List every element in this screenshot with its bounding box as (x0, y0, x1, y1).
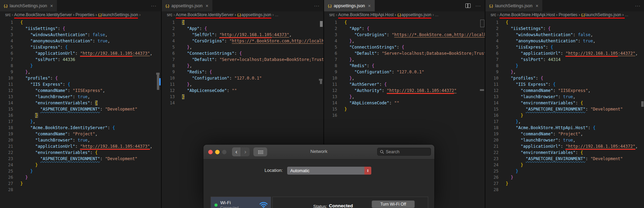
search-input[interactable]: Search (377, 148, 431, 156)
code-line: 8 "Redis": { (324, 63, 485, 69)
breadcrumb[interactable]: src › Acme.BookStore.HttpApi.Host › {..}… (324, 11, 485, 19)
breadcrumb[interactable]: src › Acme.BookStore.IdentityServer › Pr… (0, 11, 161, 19)
line-number: 1 (162, 19, 175, 25)
code-line: 11 "AuthServer": { (324, 81, 485, 87)
line-number: 26 (0, 174, 13, 180)
line-number: 14 (485, 100, 499, 106)
code-line: 16 } (485, 112, 644, 118)
code-line: 10 }, (324, 75, 485, 81)
scrollbar-thumb[interactable] (157, 75, 159, 90)
code-area[interactable]: 1{2 "iisSettings": {3 "windowsAuthentica… (485, 19, 644, 193)
more-actions-icon[interactable]: ··· (635, 3, 641, 8)
line-number: 3 (0, 32, 13, 38)
line-number: 24 (485, 162, 499, 168)
line-number: 8 (0, 63, 13, 69)
code-line: 22 "environmentVariables": { (0, 149, 161, 156)
line-number: 2 (162, 25, 175, 32)
line-number: 9 (0, 69, 13, 75)
code-line: 1{ (0, 19, 161, 25)
more-actions-icon[interactable]: ··· (151, 3, 157, 8)
code-line: 8 }, (162, 63, 324, 69)
search-icon (380, 150, 384, 154)
close-icon[interactable]: × (50, 3, 53, 9)
tab-appsettings-httpapi-host[interactable]: {..} appsettings.json × (324, 0, 375, 11)
breadcrumb[interactable]: src › Acme.BookStore.IdentityServer › {.… (162, 11, 324, 19)
line-number: 9 (485, 69, 499, 75)
line-number: 8 (324, 63, 337, 69)
editor-actions: ··· (314, 0, 324, 11)
code-line: 3 "windowsAuthentication": false, (0, 32, 161, 38)
code-line: 4 }, (324, 38, 485, 44)
line-number: 6 (485, 50, 499, 56)
code-line: 10 "Configuration": "127.0.0.1" (162, 75, 324, 81)
line-number: 25 (485, 168, 499, 174)
more-actions-icon[interactable]: ··· (475, 3, 481, 8)
turn-wifi-off-button[interactable]: Turn Wi-Fi Off (372, 200, 415, 208)
code-line: 22 "environmentVariables": { (485, 149, 644, 156)
more-actions-icon[interactable]: ··· (314, 3, 320, 8)
code-line: 3 "CorsOrigins": "https://*.BookStore.co… (324, 32, 485, 38)
tab-appsettings-identityserver[interactable]: {..} appsettings.json × (162, 0, 212, 11)
line-number: 24 (0, 162, 13, 168)
editor-pane-4: {..} launchSettings.json × ··· src › Acm… (485, 0, 644, 208)
scrollbar-thumb[interactable] (641, 101, 644, 107)
json-file-icon: {..} (489, 4, 493, 8)
code-line: 2 "iisSettings": { (485, 25, 644, 32)
line-number: 27 (0, 180, 13, 187)
line-number: 17 (0, 118, 13, 125)
code-line: 21 "applicationUrl": "http://192.168.1.1… (485, 143, 644, 149)
line-number: 10 (162, 75, 175, 81)
line-number: 6 (162, 50, 175, 56)
code-line: 5 }, (162, 44, 324, 50)
code-line: 18 "Acme.BookStore.HttpApi.Host": { (485, 125, 644, 131)
service-row-wifi[interactable]: Wi-Fi Connected (211, 197, 271, 208)
line-number: 28 (0, 187, 13, 193)
line-number: 20 (0, 137, 13, 143)
status-dot-connected (214, 204, 218, 207)
line-number: 11 (162, 81, 175, 87)
code-line: 26 } (0, 174, 161, 180)
code-line: 11 "IIS Express": { (0, 81, 161, 87)
code-line: 6 "applicationUrl": "http://192.168.1.10… (0, 50, 161, 56)
location-dropdown[interactable]: Automatic ▲▼ (287, 167, 371, 175)
line-number: 5 (0, 44, 13, 50)
code-line: 14 "environmentVariables": { (485, 100, 644, 106)
code-line: 19 "commandName": "Project", (485, 131, 644, 137)
code-line: 17 }, (0, 118, 161, 125)
window-titlebar[interactable]: ‹ › Network Search (203, 145, 434, 159)
tab-label: appsettings.json (334, 3, 365, 8)
line-number: 14 (0, 100, 13, 106)
tab-bar: {..} appsettings.json × ··· (162, 0, 324, 11)
breadcrumb[interactable]: src › Acme.BookStore.HttpApi.Host › Prop… (485, 11, 644, 19)
code-line: 27} (485, 180, 644, 187)
code-area[interactable]: 1{2 "App": {3 "CorsOrigins": "https://*.… (324, 19, 485, 118)
code-line: 14 "environmentVariables": { (0, 100, 161, 106)
close-icon[interactable]: × (368, 3, 371, 9)
code-line: 15} (324, 106, 485, 112)
scrollbar-thumb[interactable] (320, 21, 323, 27)
line-number: 22 (485, 149, 499, 156)
tab-launchsettings-identityserver[interactable]: {..} launchSettings.json × (0, 0, 57, 11)
code-area[interactable]: 1{2 "iisSettings": {3 "windowsAuthentica… (0, 19, 161, 193)
code-line: 4 "anonymousAuthentication": true, (485, 38, 644, 44)
code-line: 5 "iisExpress": { (485, 44, 644, 50)
scrollbar-decoration (320, 81, 322, 84)
code-line: 1{ (485, 19, 644, 25)
close-icon[interactable]: × (535, 3, 538, 9)
code-area[interactable]: 1{2 "App": {3 "SelfUrl": "http://192.168… (162, 19, 324, 106)
close-icon[interactable]: × (205, 3, 208, 9)
line-number: 23 (485, 156, 499, 162)
code-line: 9 }, (485, 69, 644, 75)
line-number: 28 (485, 187, 499, 193)
split-editor-icon[interactable] (465, 3, 471, 8)
line-number: 5 (162, 44, 175, 50)
line-number: 15 (485, 106, 499, 112)
tab-launchsettings-httpapi-host[interactable]: {..} launchSettings.json × (485, 0, 542, 11)
code-line: 25 } (485, 168, 644, 174)
code-line: 9 "Configuration": "127.0.0.1" (324, 69, 485, 75)
line-number: 21 (0, 143, 13, 149)
line-number: 9 (324, 69, 337, 75)
scrollbar-thumb[interactable] (480, 20, 484, 27)
service-status: Connected (220, 206, 256, 208)
code-line: 2 "App": { (324, 25, 485, 32)
